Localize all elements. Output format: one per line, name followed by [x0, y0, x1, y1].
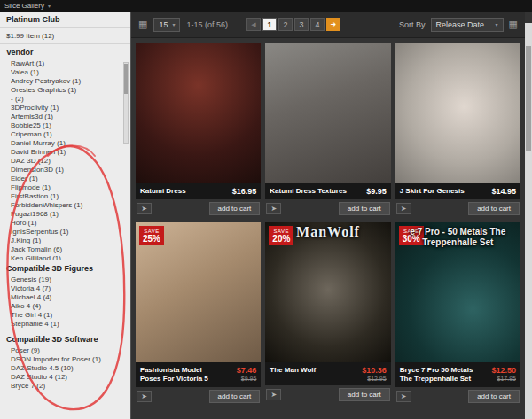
software-filter-item[interactable]: Bryce 7 (2) — [11, 382, 127, 391]
figures-section-header: Compatible 3D Figures — [0, 260, 130, 275]
figure-filter-item[interactable]: Stephanie 4 (1) — [11, 320, 127, 329]
product-title[interactable]: The Man Wolf — [270, 366, 316, 375]
wishlist-arrow-icon[interactable]: ➤ — [266, 389, 281, 400]
product-thumbnail[interactable] — [395, 43, 520, 183]
add-to-cart-button[interactable]: add to cart — [209, 202, 261, 215]
page-number-button[interactable]: 1 — [262, 18, 277, 31]
figure-filter-item[interactable]: The Girl 4 (1) — [11, 311, 127, 320]
results-toolbar: ▦ 15 ▾ 1-15 (of 56) ◀ 1234 ➜ Sort By Rel — [131, 12, 525, 38]
sort-value: Release Date — [436, 20, 485, 29]
software-filter-item[interactable]: DSON Importer for Poser (1) — [11, 355, 127, 364]
vendor-filter-item[interactable]: Fugazi1968 (1) — [11, 210, 127, 219]
page-number-button[interactable]: 4 — [310, 18, 325, 31]
vendor-filter-item[interactable]: ForbiddenWhispers (1) — [11, 201, 127, 210]
product-actions: ➤ add to cart — [395, 199, 520, 215]
page-scrollbar[interactable] — [525, 23, 532, 419]
vendor-filter-item[interactable]: Andrey Pestryakov (1) — [11, 77, 127, 86]
add-to-cart-button[interactable]: add to cart — [468, 390, 520, 403]
vendor-filter-item[interactable]: Jack Tomalin (6) — [11, 245, 127, 254]
vendor-filter-item[interactable]: Orestes Graphics (1) — [11, 86, 127, 95]
wishlist-arrow-icon[interactable]: ➤ — [396, 391, 411, 402]
sort-select[interactable]: Release Date ▾ — [431, 18, 504, 32]
page-number-button[interactable]: 3 — [294, 18, 309, 31]
figure-filter-item[interactable]: Aiko 4 (4) — [11, 302, 127, 311]
product-thumbnail[interactable]: SAVE 30% e 7 Pro - 50 Metals The Treppen… — [395, 222, 520, 362]
product-title[interactable]: Katumi Dress Textures — [270, 187, 347, 196]
wishlist-arrow-icon[interactable]: ➤ — [137, 203, 152, 214]
product-card: Katumi Dress Textures $9.95 ➤ add to car… — [265, 43, 390, 215]
add-to-cart-button[interactable]: add to cart — [339, 388, 390, 401]
vendor-filter-item[interactable]: Bobbie25 (1) — [11, 121, 127, 130]
product-price: $9.95 — [366, 187, 387, 196]
figure-filter-item[interactable]: Victoria 4 (7) — [11, 284, 127, 293]
product-actions: ➤ add to cart — [265, 199, 390, 215]
product-thumbnail[interactable]: SAVE 20% ManWolf — [265, 222, 390, 362]
page-scrollbar-thumb[interactable] — [526, 46, 531, 151]
vendor-filter-item[interactable]: DAZ 3D (12) — [11, 157, 127, 166]
product-card: SAVE 30% e 7 Pro - 50 Metals The Treppen… — [395, 222, 520, 403]
vendor-filter-item[interactable]: Dimension3D (1) — [11, 166, 127, 175]
product-card: SAVE 25% Fashionista Model Poses For Vic… — [136, 222, 261, 403]
figure-filter-item[interactable]: Michael 4 (4) — [11, 293, 127, 302]
product-actions: ➤ add to cart — [136, 199, 261, 215]
software-filter-item[interactable]: DAZ Studio 4.5 (10) — [11, 364, 127, 373]
vendor-list: RawArt (1)Valea (1)Andrey Pestryakov (1)… — [0, 58, 130, 260]
price-filter-item[interactable]: $1.99 Item (12) — [0, 28, 130, 44]
vendor-filter-item[interactable]: Ken Gilliland (1) — [11, 254, 127, 260]
vendor-scrollbar-thumb[interactable] — [124, 64, 128, 94]
wishlist-arrow-icon[interactable]: ➤ — [266, 203, 281, 214]
vendor-list-scrollbar[interactable] — [123, 62, 129, 144]
chevron-down-icon[interactable]: ▾ — [48, 3, 51, 9]
vendor-filter-item[interactable]: RawArt (1) — [11, 59, 127, 68]
vendor-filter-item[interactable]: FirstBastion (1) — [11, 192, 127, 201]
next-page-button[interactable]: ➜ — [326, 18, 340, 31]
vendor-filter-item[interactable]: Cripeman (1) — [11, 130, 127, 139]
vendor-filter-item[interactable]: Horo (1) — [11, 219, 127, 228]
vendor-filter-item[interactable]: IgnisSerpentus (1) — [11, 228, 127, 237]
layout-toggle-icon[interactable]: ▦ — [509, 19, 518, 29]
add-to-cart-button[interactable]: add to cart — [209, 390, 261, 403]
wishlist-arrow-icon[interactable]: ➤ — [396, 203, 411, 214]
vendor-filter-item[interactable]: Daniel Murray (1) — [11, 139, 127, 148]
software-filter-item[interactable]: DAZ Studio 4 (12) — [11, 373, 127, 382]
vendor-filter-item[interactable]: J.King (1) — [11, 237, 127, 245]
grid-view-icon[interactable]: ▦ — [138, 19, 147, 29]
product-title[interactable]: Katumi Dress — [140, 187, 186, 196]
thumbnail-overlay-text: e 7 Pro - 50 Metals The Treppenhalle Set — [399, 227, 517, 248]
product-title[interactable]: J Skirt For Genesis — [400, 187, 465, 196]
product-thumbnail[interactable]: SAVE 25% — [136, 222, 261, 362]
vendor-filter-item[interactable]: - (2) — [11, 95, 127, 104]
chevron-down-icon: ▾ — [172, 21, 175, 27]
product-title-bar: Katumi Dress Textures $9.95 — [265, 183, 390, 199]
add-to-cart-button[interactable]: add to cart — [339, 202, 390, 215]
platinum-club-filter[interactable]: Platinum Club — [0, 12, 130, 28]
product-price-box: $14.95 — [491, 187, 516, 196]
results-range-text: 1-15 (of 56) — [186, 20, 228, 29]
product-title-bar: J Skirt For Genesis $14.95 — [395, 183, 520, 199]
software-filter-item[interactable]: Poser (9) — [11, 346, 127, 355]
product-price: $14.95 — [491, 187, 516, 196]
vendor-filter-item[interactable]: Artemis3d (1) — [11, 113, 127, 121]
pagination: ◀ 1234 ➜ — [246, 18, 340, 31]
product-title-bar: Katumi Dress $16.95 — [136, 183, 261, 199]
vendor-filter-item[interactable]: Flipmode (1) — [11, 183, 127, 192]
product-price-box: $7.46 $9.95 — [237, 366, 257, 382]
prev-page-button[interactable]: ◀ — [246, 18, 261, 31]
product-price: $7.46 — [237, 366, 257, 375]
product-title[interactable]: Fashionista Model Poses For Victoria 5 — [140, 366, 224, 384]
wishlist-arrow-icon[interactable]: ➤ — [137, 391, 152, 402]
figure-filter-item[interactable]: Genesis (19) — [11, 275, 127, 284]
product-title-bar: Bryce 7 Pro 50 Metals The Treppenhalle S… — [395, 362, 520, 387]
vendor-filter-item[interactable]: David Brinnen (1) — [11, 148, 127, 157]
product-actions: ➤ add to cart — [265, 385, 390, 401]
product-original-price: $17.95 — [491, 376, 516, 382]
product-thumbnail[interactable] — [265, 43, 390, 183]
product-thumbnail[interactable] — [136, 43, 261, 183]
add-to-cart-button[interactable]: add to cart — [468, 202, 520, 215]
per-page-select[interactable]: 15 ▾ — [153, 18, 180, 32]
product-title[interactable]: Bryce 7 Pro 50 Metals The Treppenhalle S… — [400, 366, 484, 384]
vendor-filter-item[interactable]: Eider (1) — [11, 175, 127, 183]
vendor-filter-item[interactable]: 3DProclivity (1) — [11, 104, 127, 113]
page-number-button[interactable]: 2 — [278, 18, 293, 31]
vendor-filter-item[interactable]: Valea (1) — [11, 68, 127, 77]
